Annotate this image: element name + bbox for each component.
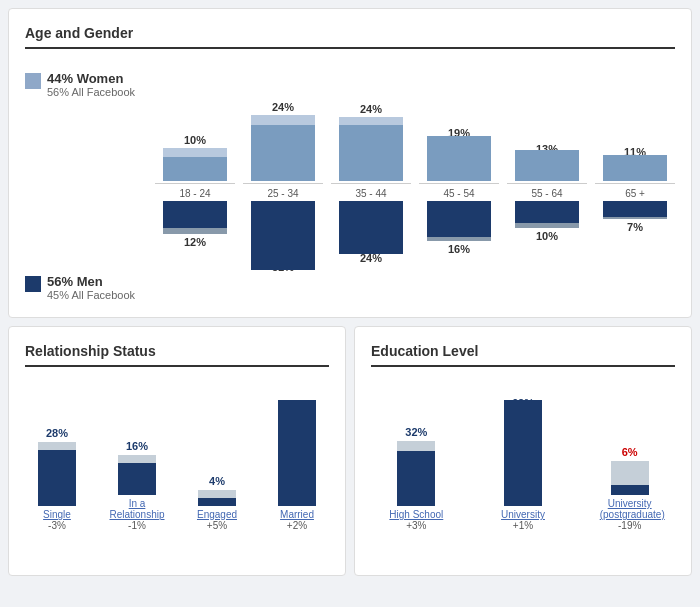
bar-delta-0: -3% bbox=[48, 520, 66, 531]
age-label-1: 25 - 34 bbox=[267, 186, 298, 201]
men-pct-label-4: 10% bbox=[536, 230, 558, 242]
bar-wrap-0 bbox=[397, 441, 435, 506]
bar-delta-2: +5% bbox=[207, 520, 227, 531]
bar-wrap-2 bbox=[198, 490, 236, 506]
bar-delta-0: +3% bbox=[406, 520, 426, 531]
bar-group-0: 28%Single-3% bbox=[25, 379, 89, 531]
bar-delta-1: -1% bbox=[128, 520, 146, 531]
women-section-2: 24% bbox=[331, 81, 411, 181]
bar-delta-2: -19% bbox=[618, 520, 641, 531]
bar-label-1[interactable]: In a Relationship bbox=[107, 498, 167, 520]
age-label-0: 18 - 24 bbox=[179, 186, 210, 201]
bar-label-0[interactable]: Single bbox=[27, 509, 87, 520]
men-pct-label-5: 7% bbox=[627, 221, 643, 233]
age-gender-section: 44% Women 56% All Facebook 56% Men 45% A… bbox=[25, 61, 675, 301]
relationship-status-title: Relationship Status bbox=[25, 343, 329, 367]
age-group-45-54: 19%45 - 5416% bbox=[419, 61, 499, 301]
bar-label-1[interactable]: University bbox=[493, 509, 553, 520]
age-gender-card: Age and Gender 44% Women 56% All Faceboo… bbox=[8, 8, 692, 318]
bar-group-3: 53%Married+2% bbox=[265, 379, 329, 531]
women-section-1: 24% bbox=[243, 81, 323, 181]
bar-wrap-2 bbox=[611, 461, 649, 495]
page: Age and Gender 44% Women 56% All Faceboo… bbox=[0, 0, 700, 584]
age-group-65+: 11%65 +7% bbox=[595, 61, 675, 301]
bar-delta-3: +2% bbox=[287, 520, 307, 531]
education-level-card: Education Level 32%High School+3%62%Univ… bbox=[354, 326, 692, 576]
education-level-chart: 32%High School+3%62%University+1%6%Unive… bbox=[371, 379, 675, 559]
relationship-status-card: Relationship Status 28%Single-3%16%In a … bbox=[8, 326, 346, 576]
bar-wrap-3 bbox=[278, 416, 316, 506]
legend-women-text: 44% Women 56% All Facebook bbox=[47, 71, 135, 98]
women-pct-label-2: 24% bbox=[360, 103, 382, 115]
men-legend-box bbox=[25, 276, 41, 292]
age-gender-chart: 10%18 - 2412%24%25 - 3431%24%35 - 4424%1… bbox=[155, 61, 675, 301]
bar-pct-1: 16% bbox=[126, 440, 148, 452]
women-main-pct: 44% Women bbox=[47, 71, 135, 86]
age-group-55-64: 13%55 - 6410% bbox=[507, 61, 587, 301]
bar-group-1: 62%University+1% bbox=[478, 379, 569, 531]
relationship-status-chart: 28%Single-3%16%In a Relationship-1%4%Eng… bbox=[25, 379, 329, 559]
women-section-4: 13% bbox=[507, 81, 587, 181]
bar-wrap-1 bbox=[118, 455, 156, 495]
women-section-3: 19% bbox=[419, 81, 499, 181]
bar-group-2: 6%University (postgraduate)-19% bbox=[584, 379, 675, 531]
bottom-row: Relationship Status 28%Single-3%16%In a … bbox=[8, 326, 692, 576]
legend-men-text: 56% Men 45% All Facebook bbox=[47, 274, 135, 301]
bar-label-2[interactable]: Engaged bbox=[187, 509, 247, 520]
age-group-18-24: 10%18 - 2412% bbox=[155, 61, 235, 301]
men-section-0: 12% bbox=[155, 201, 235, 301]
age-group-25-34: 24%25 - 3431% bbox=[243, 61, 323, 301]
legend-women: 44% Women 56% All Facebook bbox=[25, 71, 145, 98]
bar-group-1: 16%In a Relationship-1% bbox=[105, 379, 169, 531]
men-pct-label-0: 12% bbox=[184, 236, 206, 248]
men-section-3: 16% bbox=[419, 201, 499, 301]
bar-group-2: 4%Engaged+5% bbox=[185, 379, 249, 531]
women-sub-pct: 56% All Facebook bbox=[47, 86, 135, 98]
bar-wrap-1 bbox=[504, 412, 542, 506]
age-label-5: 65 + bbox=[625, 186, 645, 201]
men-section-2: 24% bbox=[331, 201, 411, 301]
age-label-3: 45 - 54 bbox=[443, 186, 474, 201]
men-pct-label-3: 16% bbox=[448, 243, 470, 255]
bar-label-0[interactable]: High School bbox=[386, 509, 446, 520]
legend-area: 44% Women 56% All Facebook 56% Men 45% A… bbox=[25, 61, 155, 301]
men-section-1: 31% bbox=[243, 201, 323, 301]
women-pct-label-1: 24% bbox=[272, 101, 294, 113]
bar-pct-2: 4% bbox=[209, 475, 225, 487]
bar-label-3[interactable]: Married bbox=[267, 509, 327, 520]
bar-pct-2: 6% bbox=[622, 446, 638, 458]
women-section-0: 10% bbox=[155, 81, 235, 181]
bar-label-2[interactable]: University (postgraduate) bbox=[600, 498, 660, 520]
age-label-4: 55 - 64 bbox=[531, 186, 562, 201]
age-gender-title: Age and Gender bbox=[25, 25, 675, 49]
bar-pct-0: 28% bbox=[46, 427, 68, 439]
bar-group-0: 32%High School+3% bbox=[371, 379, 462, 531]
age-label-2: 35 - 44 bbox=[355, 186, 386, 201]
men-section-4: 10% bbox=[507, 201, 587, 301]
legend-men: 56% Men 45% All Facebook bbox=[25, 274, 145, 301]
men-main-pct: 56% Men bbox=[47, 274, 135, 289]
men-section-5: 7% bbox=[595, 201, 675, 301]
women-pct-label-0: 10% bbox=[184, 134, 206, 146]
men-sub-pct: 45% All Facebook bbox=[47, 289, 135, 301]
bar-pct-0: 32% bbox=[405, 426, 427, 438]
education-level-title: Education Level bbox=[371, 343, 675, 367]
age-group-35-44: 24%35 - 4424% bbox=[331, 61, 411, 301]
bar-delta-1: +1% bbox=[513, 520, 533, 531]
women-legend-box bbox=[25, 73, 41, 89]
women-section-5: 11% bbox=[595, 81, 675, 181]
bar-wrap-0 bbox=[38, 442, 76, 506]
